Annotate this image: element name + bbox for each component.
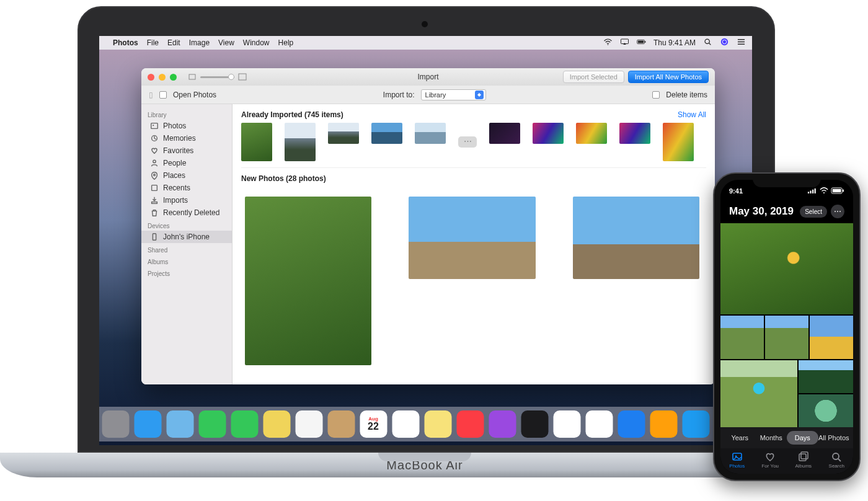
import-selected-button[interactable]: Import Selected <box>563 71 624 83</box>
dock-item-podcasts[interactable] <box>489 410 516 438</box>
sidebar-section-devices: Devices <box>141 219 232 231</box>
sidebar-item-memories[interactable]: Memories <box>141 132 232 144</box>
imported-thumb[interactable] <box>328 123 359 144</box>
close-window-button[interactable] <box>148 74 154 81</box>
menu-edit[interactable]: Edit <box>167 38 180 47</box>
sidebar-section-shared[interactable]: Shared <box>141 243 232 255</box>
imported-thumb[interactable] <box>241 123 272 161</box>
dock-item-launchpad[interactable] <box>102 410 129 438</box>
dock-item-keynote[interactable] <box>618 410 645 438</box>
dock-item-reminders[interactable] <box>392 410 419 438</box>
sidebar-item-recents[interactable]: Recents <box>141 182 232 194</box>
import-to-select[interactable]: Library <box>421 89 486 100</box>
tab-search[interactable]: Search <box>820 451 854 469</box>
import-content[interactable]: Already Imported (745 items) Show All ⋯ … <box>232 104 715 384</box>
dock-item-music[interactable] <box>456 410 484 438</box>
imported-thumb[interactable] <box>533 123 564 144</box>
menubar-app-name[interactable]: Photos <box>113 38 138 47</box>
hero-photo[interactable] <box>720 223 853 314</box>
airplay-icon[interactable] <box>620 38 629 48</box>
siri-icon[interactable] <box>720 38 729 48</box>
tab-for-you[interactable]: For You <box>754 451 787 469</box>
menu-view[interactable]: View <box>218 38 234 47</box>
sidebar-label: Favorites <box>163 146 193 155</box>
dock-item-contacts[interactable] <box>327 410 355 438</box>
menu-help[interactable]: Help <box>278 38 294 47</box>
wifi-icon[interactable] <box>603 38 613 48</box>
photo-tile[interactable] <box>765 316 808 359</box>
imported-thumb[interactable] <box>576 123 607 144</box>
sidebar-item-recently-deleted[interactable]: Recently Deleted <box>141 206 232 219</box>
photo-tile[interactable] <box>810 316 853 359</box>
dock-item-messages[interactable] <box>198 410 226 438</box>
dock-item-mail[interactable] <box>166 410 193 438</box>
more-thumbnails-button[interactable]: ⋯ <box>458 136 477 148</box>
sidebar-section-library: Library <box>141 108 232 120</box>
menu-image[interactable]: Image <box>189 38 210 47</box>
segment-all-photos[interactable]: All Photos <box>818 431 850 445</box>
menubar-clock[interactable]: Thu 9:41 AM <box>653 38 696 47</box>
dock-item-pages[interactable] <box>650 410 677 438</box>
segment-days[interactable]: Days <box>787 431 818 445</box>
dock-item-safari[interactable] <box>134 410 161 438</box>
new-photo-thumb[interactable] <box>245 197 371 365</box>
imported-thumb[interactable] <box>415 123 446 144</box>
dock-item-appstore[interactable] <box>682 410 709 438</box>
dock-item-numbers[interactable] <box>585 410 613 438</box>
tab-albums[interactable]: Albums <box>787 451 820 469</box>
photo-tile[interactable] <box>799 394 853 427</box>
dock-item-news[interactable] <box>553 410 580 438</box>
imported-thumb[interactable] <box>489 123 520 144</box>
svg-rect-4 <box>645 41 645 43</box>
dock-item-photos[interactable] <box>295 410 322 438</box>
delete-items-label: Delete items <box>666 91 707 99</box>
new-photos-title: New Photos (28 photos) <box>241 174 326 183</box>
dock-item-calendar[interactable]: Aug22 <box>360 410 387 438</box>
notification-center-icon[interactable] <box>737 38 746 48</box>
photo-tile[interactable] <box>720 360 797 427</box>
tab-label: Albums <box>795 463 812 469</box>
photo-tile[interactable] <box>720 316 764 359</box>
thumbnail-zoom-slider[interactable] <box>188 73 247 81</box>
imported-thumb[interactable] <box>285 123 316 161</box>
segment-years[interactable]: Years <box>724 431 756 445</box>
dock-item-notes[interactable] <box>424 410 451 438</box>
select-button[interactable]: Select <box>800 206 827 218</box>
dock-item-maps[interactable] <box>263 410 290 438</box>
sidebar-item-imports[interactable]: Imports <box>141 194 232 206</box>
segment-months[interactable]: Months <box>756 431 787 445</box>
already-imported-strip: ⋯ <box>241 123 706 168</box>
iphone-photo-grid[interactable] <box>720 223 853 427</box>
svg-rect-3 <box>638 41 644 43</box>
photo-tile[interactable] <box>799 360 853 393</box>
sidebar-label: Memories <box>163 134 196 143</box>
dock-item-tv[interactable] <box>521 410 548 438</box>
sidebar-section-albums[interactable]: Albums <box>141 255 232 267</box>
sidebar-item-places[interactable]: Places <box>141 169 232 182</box>
menu-file[interactable]: File <box>147 38 159 47</box>
imported-thumb[interactable] <box>663 123 694 161</box>
new-photo-thumb[interactable] <box>573 197 699 279</box>
show-all-link[interactable]: Show All <box>678 110 706 119</box>
svg-point-15 <box>153 125 154 126</box>
menu-window[interactable]: Window <box>243 38 270 47</box>
sidebar-section-projects[interactable]: Projects <box>141 267 232 278</box>
more-button[interactable]: ⋯ <box>831 205 844 218</box>
sidebar-item-photos[interactable]: Photos <box>141 120 232 132</box>
spotlight-icon[interactable] <box>703 38 712 48</box>
tab-photos[interactable]: Photos <box>720 451 754 469</box>
sidebar-item-device-iphone[interactable]: John's iPhone <box>141 231 232 243</box>
imported-thumb[interactable] <box>619 123 650 144</box>
imported-thumb[interactable] <box>371 123 402 144</box>
new-photo-thumb[interactable] <box>409 197 535 279</box>
import-all-button[interactable]: Import All New Photos <box>628 71 709 83</box>
dock-item-facetime[interactable] <box>231 410 258 438</box>
battery-icon[interactable] <box>637 38 646 48</box>
open-photos-checkbox[interactable] <box>159 91 167 99</box>
zoom-window-button[interactable] <box>170 74 177 81</box>
sidebar-item-favorites[interactable]: Favorites <box>141 144 232 157</box>
sidebar-item-people[interactable]: People <box>141 157 232 169</box>
window-titlebar[interactable]: Import Import Selected Import All New Ph… <box>141 68 715 86</box>
delete-items-checkbox[interactable] <box>652 91 660 99</box>
minimize-window-button[interactable] <box>159 74 166 81</box>
